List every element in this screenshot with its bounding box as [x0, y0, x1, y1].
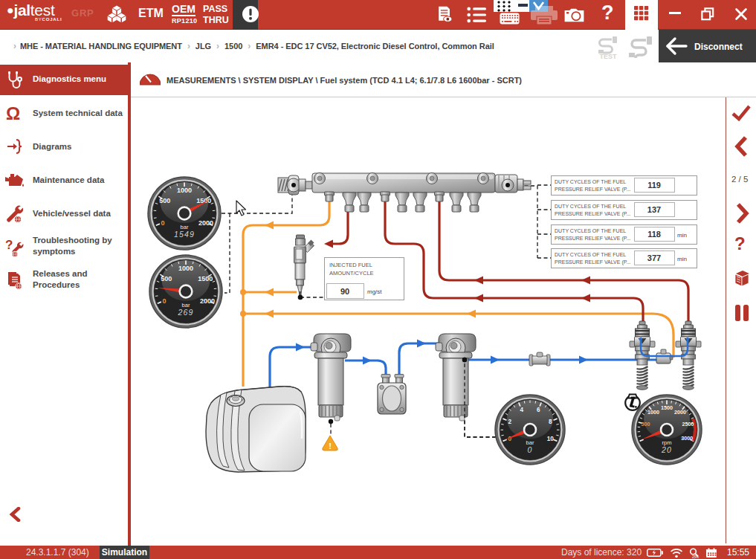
svg-text:25%: 25%	[692, 555, 699, 559]
svg-text:118: 118	[647, 230, 661, 239]
svg-text:500: 500	[161, 275, 172, 282]
svg-text:PRESSURE RELIEF VALVE (P...: PRESSURE RELIEF VALVE (P...	[555, 211, 630, 217]
svg-text:mg/st: mg/st	[367, 288, 382, 295]
svg-text:DUTY CYCLES OF THE FUEL: DUTY CYCLES OF THE FUEL	[555, 252, 626, 257]
svg-text:DUTY CYCLES OF THE FUEL: DUTY CYCLES OF THE FUEL	[555, 204, 626, 209]
svg-text:TEST: TEST	[599, 53, 617, 59]
svg-text:269: 269	[177, 308, 193, 317]
svg-text:AMOUNT/CYCLE: AMOUNT/CYCLE	[329, 270, 374, 277]
svg-text:2000: 2000	[674, 409, 686, 416]
svg-text:?: ?	[5, 238, 13, 252]
svg-text:!: !	[329, 442, 332, 450]
svg-text:377: 377	[647, 253, 661, 262]
svg-text:1500: 1500	[198, 275, 213, 282]
svg-text:DUTY CYCLES OF THE FUEL: DUTY CYCLES OF THE FUEL	[555, 179, 626, 184]
svg-text:DUTY CYCLES OF THE FUEL: DUTY CYCLES OF THE FUEL	[555, 228, 626, 233]
svg-text:500: 500	[642, 421, 650, 427]
svg-text:90: 90	[340, 287, 349, 296]
svg-text:PRESSURE RELIEF VALVE (P...: PRESSURE RELIEF VALVE (P...	[555, 259, 630, 265]
svg-text:20: 20	[661, 445, 672, 454]
svg-text:PRESSURE RELIEF VALVE (P...: PRESSURE RELIEF VALVE (P...	[555, 187, 630, 193]
svg-text:1549: 1549	[174, 230, 195, 239]
svg-text:0: 0	[161, 219, 164, 227]
svg-text:min: min	[677, 232, 687, 239]
svg-text:2000: 2000	[198, 219, 213, 227]
svg-text:500: 500	[159, 197, 170, 204]
svg-text:1000: 1000	[647, 409, 659, 416]
svg-text:1500: 1500	[661, 404, 673, 411]
svg-text:3000: 3000	[681, 435, 693, 442]
svg-text:10: 10	[547, 436, 555, 442]
svg-text:4: 4	[520, 407, 523, 413]
svg-text:8: 8	[549, 419, 552, 425]
svg-text:min: min	[677, 256, 687, 262]
svg-text:1000: 1000	[178, 265, 193, 272]
svg-text:INJECTED FUEL: INJECTED FUEL	[329, 262, 372, 268]
svg-text:119: 119	[647, 181, 661, 190]
svg-text:0: 0	[162, 297, 166, 305]
svg-text:1000: 1000	[177, 187, 192, 194]
svg-text:0: 0	[527, 445, 532, 454]
svg-text:137: 137	[647, 205, 661, 214]
svg-text:2: 2	[508, 419, 511, 425]
svg-text:2500: 2500	[682, 421, 694, 427]
svg-text:PRESSURE RELIEF VALVE (P...: PRESSURE RELIEF VALVE (P...	[555, 236, 630, 242]
svg-text:6: 6	[537, 407, 540, 413]
svg-text:2000: 2000	[200, 297, 215, 305]
